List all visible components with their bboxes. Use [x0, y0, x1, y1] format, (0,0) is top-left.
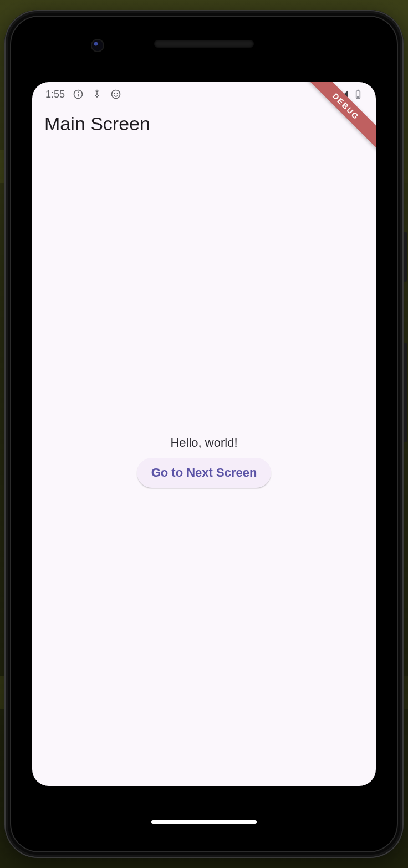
status-bar-left: 1:55	[45, 89, 121, 100]
device-front-camera	[92, 40, 103, 51]
svg-point-3	[96, 90, 98, 92]
status-bar-right	[324, 89, 364, 100]
cell-icon	[338, 89, 349, 100]
svg-rect-9	[357, 96, 359, 98]
app-bar: Main Screen	[32, 106, 376, 140]
center-column: Hello, world! Go to Next Screen	[137, 436, 272, 488]
wifi-icon	[324, 89, 335, 100]
svg-point-2	[78, 91, 79, 93]
info-icon	[73, 89, 84, 100]
content-body: Hello, world! Go to Next Screen	[32, 137, 376, 786]
face-icon	[110, 89, 121, 100]
screen: 1:55	[32, 82, 376, 786]
svg-point-5	[114, 93, 115, 94]
greeting-text: Hello, world!	[170, 436, 237, 450]
status-bar: 1:55	[32, 82, 376, 106]
device-volume-rocker	[404, 343, 407, 442]
device-frame: 1:55	[4, 10, 404, 858]
go-to-next-screen-button[interactable]: Go to Next Screen	[137, 458, 272, 488]
page-title: Main Screen	[44, 113, 364, 135]
battery-icon	[353, 89, 364, 100]
status-time: 1:55	[45, 89, 65, 100]
gesture-navigation-pill[interactable]	[151, 820, 257, 824]
svg-point-4	[112, 90, 120, 99]
device-power-button	[404, 232, 407, 282]
device-speaker-grill	[154, 40, 254, 48]
svg-rect-8	[357, 90, 359, 91]
svg-point-6	[117, 93, 118, 94]
downloads-icon	[91, 89, 103, 100]
device-bezel: 1:55	[10, 16, 398, 852]
